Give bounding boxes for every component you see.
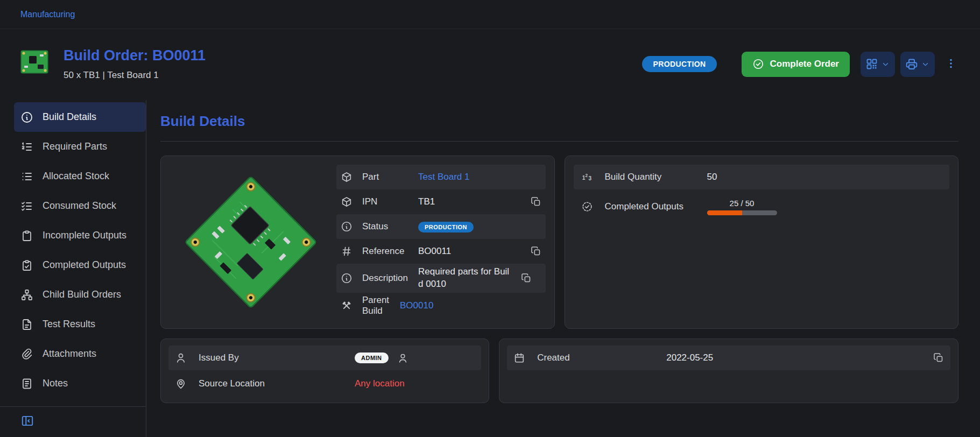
detail-label-part: Part: [362, 172, 418, 182]
barcode-actions-button[interactable]: [861, 52, 895, 77]
check-circle-icon: [752, 58, 764, 70]
sidebar-item-consumed-stock[interactable]: Consumed Stock: [14, 191, 146, 221]
printer-icon: [905, 58, 918, 71]
part-thumbnail[interactable]: [19, 48, 50, 75]
sidebar-footer: [0, 406, 146, 437]
svg-text:2: 2: [585, 173, 588, 178]
issued-by-label: Issued By: [199, 353, 355, 363]
sidebar-item-label: Consumed Stock: [43, 200, 116, 212]
sidebar-item-allocated-stock[interactable]: Allocated Stock: [14, 161, 146, 191]
chevron-down-icon: [921, 60, 930, 69]
calendar-icon: [513, 352, 525, 364]
pcb-image-graphic: [173, 165, 328, 320]
sidebar-item-label: Attachments: [43, 348, 96, 360]
sidebar-item-completed-outputs[interactable]: Completed Outputs: [14, 250, 146, 280]
notes-icon: [20, 377, 33, 390]
created-panel: Created 2022-05-25: [499, 339, 958, 403]
sidebar-item-build-details[interactable]: Build Details: [14, 102, 146, 132]
hash-icon: [341, 245, 352, 257]
more-actions-button[interactable]: [942, 55, 960, 74]
build-quantity-panel: 123 Build Quantity 50 Completed Outputs …: [565, 156, 959, 329]
status-badge: PRODUCTION: [642, 56, 716, 72]
completed-progress-bar: [707, 210, 777, 215]
page-title: Build Order: BO0011: [64, 47, 206, 64]
breadcrumb: Manufacturing: [0, 0, 980, 29]
progress-text: 25 / 50: [730, 199, 755, 208]
copy-button[interactable]: [522, 196, 541, 207]
detail-label-reference: Reference: [362, 246, 418, 257]
issued-by-row: Issued By ADMIN: [168, 346, 481, 370]
complete-order-label: Complete Order: [770, 59, 839, 69]
collapse-sidebar-button[interactable]: [20, 414, 34, 429]
clipboard-check-icon: [20, 259, 33, 272]
source-location-label: Source Location: [199, 378, 355, 389]
build-order-page: Manufacturing Build Order: BO0011 50 x T…: [0, 0, 980, 437]
sidebar-item-attachments[interactable]: Attachments: [14, 339, 146, 369]
copy-button[interactable]: [925, 353, 944, 363]
paperclip-icon: [20, 348, 33, 361]
page-subtitle: 50 x TB1 | Test Board 1: [64, 70, 206, 81]
detail-row-status: Status PRODUCTION: [336, 214, 546, 239]
created-label: Created: [537, 353, 666, 363]
test-report-icon: [20, 318, 33, 331]
print-actions-button[interactable]: [900, 52, 935, 77]
issue-panel: Issued By ADMIN Source Location Any loca…: [160, 339, 489, 403]
reference-value: BO0011: [418, 246, 522, 257]
title-block: Build Order: BO0011 50 x TB1 | Test Boar…: [64, 47, 206, 81]
source-location-value: Any location: [355, 378, 405, 389]
svg-text:3: 3: [588, 175, 591, 181]
sidebar-item-required-parts[interactable]: Required Parts: [14, 132, 146, 161]
completed-outputs-row: Completed Outputs 25 / 50: [574, 189, 950, 224]
detail-label-ipn: IPN: [362, 196, 418, 207]
parent-build-link[interactable]: BO0010: [400, 300, 541, 311]
detail-row-ipn: IPN TB1: [336, 189, 546, 214]
page-header: Build Order: BO0011 50 x TB1 | Test Boar…: [0, 29, 980, 100]
build-quantity-value: 50: [707, 172, 717, 182]
part-link[interactable]: Test Board 1: [418, 172, 541, 182]
header-actions: PRODUCTION Complete Order: [642, 52, 960, 77]
sidebar-item-notes[interactable]: Notes: [14, 369, 146, 398]
detail-row-part: Part Test Board 1: [336, 165, 546, 189]
detail-label-parent-build: Parent Build: [362, 295, 400, 316]
copy-button[interactable]: [522, 246, 541, 257]
sidebar-item-test-results[interactable]: Test Results: [14, 309, 146, 339]
created-value: 2022-05-25: [666, 353, 925, 363]
copy-icon: [933, 353, 944, 363]
user-icon: [397, 353, 408, 364]
build-quantity-label: Build Quantity: [605, 172, 707, 182]
part-image[interactable]: [170, 165, 332, 320]
pcb-thumbnail-graphic: [19, 48, 50, 75]
sidebar-item-incomplete-outputs[interactable]: Incomplete Outputs: [14, 221, 146, 250]
list-icon: [20, 170, 33, 183]
completed-outputs-progress: 25 / 50: [707, 199, 777, 215]
completed-outputs-label: Completed Outputs: [605, 201, 707, 212]
sidebar-item-child-build-orders[interactable]: Child Build Orders: [14, 280, 146, 309]
copy-button[interactable]: [512, 273, 532, 284]
sidebar-item-label: Completed Outputs: [43, 259, 126, 271]
progress-check-icon: [581, 201, 593, 213]
detail-row-reference: Reference BO0011: [336, 239, 546, 264]
package-icon: [341, 196, 352, 208]
clipboard-icon: [20, 229, 33, 242]
dots-vertical-icon: [944, 57, 957, 70]
breadcrumb-manufacturing[interactable]: Manufacturing: [20, 10, 75, 19]
complete-order-button[interactable]: Complete Order: [742, 52, 850, 77]
list-numbers-icon: [20, 140, 33, 153]
info-circle-icon: [341, 221, 352, 232]
sidebar-item-label: Child Build Orders: [43, 289, 121, 300]
chevron-down-icon: [881, 60, 890, 69]
sidebar-item-label: Required Parts: [43, 141, 107, 152]
list-check-icon: [20, 200, 33, 213]
build-details-panel: Part Test Board 1 IPN TB1 Status: [160, 156, 555, 329]
sidebar-item-label: Build Details: [43, 111, 96, 123]
info-circle-icon: [341, 272, 352, 284]
description-value: Required parts for Build 0010: [418, 266, 512, 291]
detail-label-status: Status: [362, 221, 418, 232]
sidebar-collapse-icon: [20, 414, 34, 428]
copy-icon: [521, 273, 532, 284]
copy-icon: [531, 246, 541, 257]
status-value-badge: PRODUCTION: [418, 222, 474, 232]
detail-label-description: Description: [362, 273, 418, 284]
sidebar-item-label: Allocated Stock: [43, 171, 109, 182]
detail-row-parent-build: Parent Build BO0010: [336, 293, 546, 319]
